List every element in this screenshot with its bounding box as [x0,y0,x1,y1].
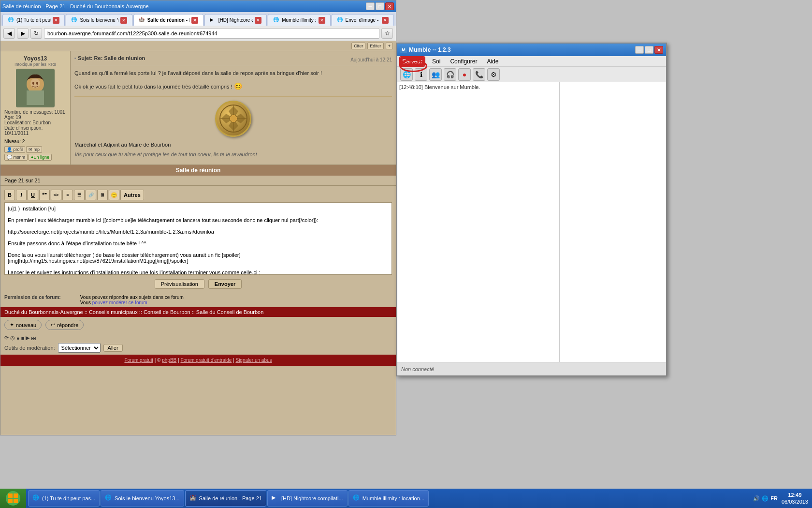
headphone-tool-button[interactable]: 🎧 [444,68,456,81]
list1-button[interactable]: ≡ [62,190,73,200]
settings-tool-button[interactable]: ⚙ [487,68,500,81]
edit-button-top[interactable]: Editer [367,43,384,49]
start-button[interactable] [0,489,26,508]
moderation-bar: ⟳ ◎ ● ■ ▶ ⏭ Outils de modération: Sélect… [0,333,396,355]
taskbar-item-2[interactable]: 🌐 Sois le bienvenu Yoyos13... [101,490,184,507]
refresh-button[interactable]: ↻ [30,28,42,39]
bold-button[interactable]: B [4,190,15,200]
author-links-bottom: 👤 profil ✉ mp 💬 msnm ●En ligne [4,146,66,161]
browser-close[interactable]: ✕ [385,2,394,10]
taskbar-item-1[interactable]: 🌐 (1) Tu te dit peut pas... [28,490,100,507]
msnm-btn-bottom[interactable]: 💬 msnm [4,154,28,161]
author-join-date: Date d'inscription: 10/11/2011 [4,125,66,136]
taskbar-item-3[interactable]: 🏰 Salle de réunion - Page 21 [185,490,266,507]
send-button[interactable]: Envoyer [208,279,242,289]
browser-maximize[interactable]: □ [376,2,384,10]
mp-btn-bottom[interactable]: ✉ mp [26,146,42,153]
code-button[interactable]: <> [51,190,61,200]
address-bar[interactable]: bourbon-auvergne.forumactif.com/t12225p3… [44,28,379,39]
moderation-go-button[interactable]: Aller [103,344,123,352]
section-title: Salle de réunion [176,167,221,174]
taskbar-label-4: [HD] Nightcore compilati... [281,495,343,501]
back-button[interactable]: ◀ [3,28,15,39]
menu-soi[interactable]: Soi [430,57,442,66]
clock-time: 12:49 [782,492,808,498]
browser-minimize[interactable]: ─ [366,2,375,10]
table-button[interactable]: ⊞ [97,190,108,200]
info-tool-button[interactable]: ℹ [415,68,427,81]
phpbb-link[interactable]: phpBB [162,358,176,363]
other-button[interactable]: Autres [120,190,144,200]
list2-button[interactable]: ☰ [74,190,85,200]
underline-button[interactable]: U [28,190,38,200]
tab-1[interactable]: 🌐 (1) Tu te dit peut pas... ✕ [2,14,65,26]
tab-3-close[interactable]: ✕ [191,17,198,24]
tab-1-close[interactable]: ✕ [53,17,59,24]
new-icon: ✦ [10,322,14,328]
link-button[interactable]: 🔗 [86,190,96,200]
taskbar-label-2: Sois le bienvenu Yoyos13... [115,495,180,501]
breadcrumb-text: Duché du Bourbonnais-Auvergne :: Conseil… [4,309,263,315]
tab-3[interactable]: 🏰 Salle de réunion - Page 21 ✕ [133,14,203,26]
menu-serveur[interactable]: Serveur [400,57,424,66]
breadcrumb: Duché du Bourbonnais-Auvergne :: Conseil… [0,307,396,317]
tab-5-close[interactable]: ✕ [319,17,325,24]
tab-4[interactable]: ▶ [HD] Nightcore compilati... ✕ [204,14,267,26]
mumble-window-icon: M [400,46,407,53]
new-topic-button[interactable]: ✦ nouveau [4,320,42,330]
italic-button[interactable]: I [16,190,27,200]
tab-2[interactable]: 🌐 Sois le bienvenu Yoyos13... ✕ [66,14,132,26]
mumble-log-message: [12:48:10] Bienvenue sur Mumble. [399,84,557,90]
browser-titlebar: Salle de réunion - Page 21 - Duché du Bo… [0,0,396,12]
abuse-link[interactable]: Signaler un abus [235,358,272,363]
mumble-maximize[interactable]: □ [645,46,653,54]
tab-6[interactable]: 🌐 Envoi d'image - HostingP... ✕ [332,14,394,26]
tab-4-label: [HD] Nightcore compilati... [218,17,253,23]
taskbar-icon-2: 🌐 [105,494,113,502]
forum-help-link[interactable]: Forum gratuit d'entraide [180,358,232,363]
bookmark-button[interactable]: ☆ [381,28,393,39]
post-author: Yoyos13 Intoxiqué par les RRs [0,51,71,164]
svg-point-5 [36,82,38,85]
tab-5[interactable]: 🌐 Mumble illimity : location... ✕ [268,14,330,26]
emoji-button[interactable]: 🙂 [109,190,119,200]
mod-link[interactable]: pouvez modérer ce forum [92,300,147,305]
users-tool-button[interactable]: 👥 [429,68,442,81]
moderation-select[interactable]: Sélectionner [58,343,101,353]
tab-2-favicon: 🌐 [71,17,78,24]
globe-tool-button[interactable]: 🌐 [400,68,413,81]
author-info: Nombre de messages: 1001 Age: 19 Localis… [4,109,66,136]
tray-icon-2: 🌐 [762,495,768,502]
menu-configurer[interactable]: Configurer [448,57,479,66]
taskbar-icon-5: 🌐 [353,494,361,502]
taskbar-item-5[interactable]: 🌐 Mumble illimity : location... [348,490,429,507]
tray-icon-1: 🔊 [753,495,760,502]
profil-btn-bottom[interactable]: 👤 profil [4,146,25,153]
clock: 12:49 06/03/2013 [782,492,808,506]
tab-2-close[interactable]: ✕ [120,17,127,24]
forum-link1[interactable]: Forum gratuit [124,358,153,363]
online-btn-bottom[interactable]: ●En ligne [29,154,52,161]
taskbar-item-4[interactable]: ▶ [HD] Nightcore compilati... [267,490,348,507]
quote-button[interactable]: ❝❞ [39,190,50,200]
menu-aide[interactable]: Aide [485,57,500,66]
preview-button[interactable]: Prévisualisation [155,279,204,289]
more-button-top[interactable]: + [386,43,393,49]
mumble-minimize[interactable]: ─ [635,46,644,54]
page-info: Page 21 sur 21 [4,178,41,183]
tab-6-close[interactable]: ✕ [382,17,389,24]
reply-button[interactable]: ↩ répondre [45,320,84,330]
taskbar-label-3: Salle de réunion - Page 21 [199,495,262,501]
cite-button-top[interactable]: Citer [351,43,365,49]
mumble-close[interactable]: ✕ [654,46,663,54]
mumble-status-text: Non connecté [401,366,434,372]
tab-4-close[interactable]: ✕ [255,17,261,24]
post-line2: Ok ok je vous fait le petit tuto dans la… [74,81,392,91]
windows-logo [6,491,20,506]
new-btn-label: nouveau [16,322,36,328]
tab-1-favicon: 🌐 [8,17,14,24]
phone-tool-button[interactable]: 📞 [473,68,485,81]
forward-button[interactable]: ▶ [17,28,29,39]
record-tool-button[interactable]: ● [458,68,471,81]
editor-textarea[interactable]: [u]1 ) Installation [/u] En premier lieu… [4,202,392,275]
